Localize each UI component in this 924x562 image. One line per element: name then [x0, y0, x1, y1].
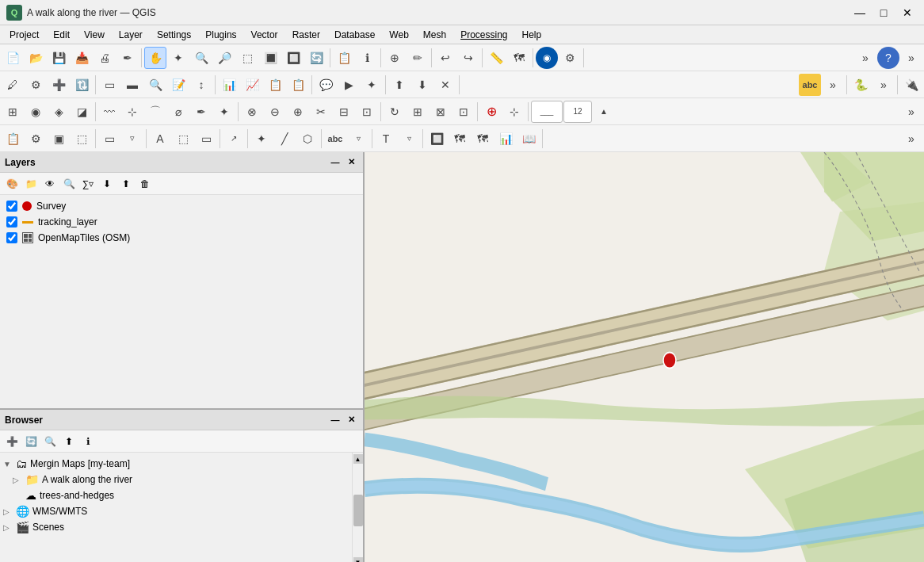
new-annot-btn[interactable]: 📋 [2, 128, 24, 150]
menu-raster[interactable]: Raster [286, 28, 326, 42]
extend-right-btn[interactable]: » [900, 47, 922, 69]
layer-settings-btn[interactable]: ⚙ [25, 74, 47, 96]
redo-btn[interactable]: ↪ [457, 47, 479, 69]
python-btn[interactable]: 🐍 [850, 74, 872, 96]
browser-refresh-btn[interactable]: 🔄 [22, 433, 40, 450]
select-by-expr-btn[interactable]: 🔍 [144, 74, 166, 96]
menu-settings[interactable]: Settings [151, 28, 197, 42]
show-layer-btn[interactable]: 👁 [41, 175, 59, 193]
add-group-btn[interactable]: 📁 [22, 175, 40, 193]
form-annot-btn[interactable]: ▭ [195, 128, 217, 150]
annot-settings-btn[interactable]: ⚙ [25, 128, 47, 150]
layer-expr-btn[interactable]: ∑▿ [79, 175, 97, 193]
layer-tracking-checkbox[interactable] [6, 216, 17, 227]
add-line-annot-btn[interactable]: ╱ [273, 128, 296, 150]
atlas-btn[interactable]: 📖 [517, 128, 540, 150]
annot-sel-btn[interactable]: ⬚ [71, 128, 93, 150]
layer-item-openmap[interactable]: OpenMapTiles (OSM) [3, 230, 360, 246]
annot-rect-btn[interactable]: ▭ [98, 128, 120, 150]
tree-item-scenes[interactable]: ▷ 🎬 Scenes [0, 519, 352, 535]
open-stats-btn[interactable]: 📈 [241, 74, 263, 96]
menu-help[interactable]: Help [516, 28, 548, 42]
add-feature-btn[interactable]: ⊕ [384, 47, 406, 69]
text-annot-btn[interactable]: A [149, 128, 171, 150]
close-button[interactable]: ✕ [897, 5, 918, 21]
clip-btn[interactable]: ✂ [310, 101, 332, 123]
zoom-in-btn[interactable]: 🔍 [190, 47, 212, 69]
map-tips-btn[interactable]: 💬 [315, 74, 337, 96]
remove-layer-btn[interactable]: 🗑 [136, 175, 154, 193]
tree-item-trees[interactable]: ☁ trees-and-hedges [0, 487, 352, 503]
select-by-form-btn[interactable]: 📝 [167, 74, 189, 96]
undo-btn[interactable]: ↩ [434, 47, 456, 69]
expand-all-btn[interactable]: ⬇ [98, 175, 116, 193]
snap-all-btn[interactable]: ◈ [48, 101, 70, 123]
layer-edit-btn[interactable]: 🖊 [2, 74, 24, 96]
browser-close-btn[interactable]: ✕ [344, 413, 358, 427]
pan-tool-btn[interactable]: ✋ [144, 47, 166, 69]
new-project-btn[interactable]: 📄 [2, 47, 24, 69]
print-btn[interactable]: 🖨 [94, 47, 116, 69]
plugin-mgr-btn[interactable]: 🔌 [900, 74, 922, 96]
add-layer-btn[interactable]: ➕ [48, 74, 70, 96]
trace-btn[interactable]: 〰 [98, 101, 120, 123]
topology-btn[interactable]: ⊹ [503, 101, 525, 123]
select-features-btn[interactable]: 📋 [333, 47, 355, 69]
open-project-btn[interactable]: 📂 [25, 47, 47, 69]
reshape-btn[interactable]: ⊡ [356, 101, 378, 123]
measure-btn[interactable]: 📏 [485, 47, 507, 69]
menu-layer[interactable]: Layer [113, 28, 149, 42]
action-btn[interactable]: ▶ [338, 74, 360, 96]
extend-toolbar-btn[interactable]: » [854, 47, 876, 69]
layer-order-btn[interactable]: ⬇ [411, 74, 433, 96]
text-label-btn[interactable]: abc [324, 128, 346, 150]
map-area[interactable] [365, 152, 924, 562]
angle-snap-btn[interactable]: ⌒ [144, 101, 166, 123]
open-table-btn[interactable]: 📊 [218, 74, 240, 96]
zoom-out-btn[interactable]: 🔎 [213, 47, 235, 69]
menu-database[interactable]: Database [328, 28, 381, 42]
browser-info-btn[interactable]: ℹ [79, 433, 97, 450]
identify-btn[interactable]: ℹ [356, 47, 378, 69]
extend-ann-btn[interactable]: » [900, 128, 922, 150]
menu-view[interactable]: View [78, 28, 111, 42]
menu-vector[interactable]: Vector [245, 28, 284, 42]
input-field-btn[interactable]: ___ [531, 101, 563, 123]
menu-project[interactable]: Project [3, 28, 45, 42]
split-btn[interactable]: ⊟ [333, 101, 355, 123]
browser-minimize-btn[interactable]: — [328, 413, 342, 427]
vertex-btn[interactable]: ✦ [213, 101, 235, 123]
add-pt-annot-btn[interactable]: ✦ [250, 128, 273, 150]
pan-to-selection-btn[interactable]: ✦ [167, 47, 189, 69]
menu-mesh[interactable]: Mesh [417, 28, 452, 42]
menu-processing[interactable]: Processing [454, 28, 514, 42]
qgis-cloud-btn[interactable]: ◉ [536, 47, 558, 69]
menu-edit[interactable]: Edit [47, 28, 76, 42]
remove-layer-btn[interactable]: ✕ [434, 74, 456, 96]
scroll-down-btn[interactable]: ▼ [353, 557, 363, 562]
layers-close-btn[interactable]: ✕ [344, 155, 358, 170]
snap-self-btn[interactable]: ◪ [71, 101, 93, 123]
deselect-btn[interactable]: ▬ [121, 74, 143, 96]
zoom-layer-btn[interactable]: 🔳 [259, 47, 281, 69]
pin-annot-btn[interactable]: T [375, 128, 397, 150]
difference-btn[interactable]: ⊖ [264, 101, 286, 123]
annot-type-btn[interactable]: ▿ [121, 128, 143, 150]
dist-btn[interactable]: ⌀ [167, 101, 189, 123]
menu-plugins[interactable]: Plugins [199, 28, 242, 42]
browser-scrollbar[interactable]: ▲ ▼ [352, 453, 363, 562]
digitize-btn[interactable]: ✏ [407, 47, 429, 69]
snap-config-btn[interactable]: ◉ [25, 101, 47, 123]
collapse-all-btn[interactable]: ⬆ [117, 175, 135, 193]
invert-sel-btn[interactable]: ↕ [190, 74, 212, 96]
processing-btn[interactable]: ⚙ [559, 47, 581, 69]
html-annot-btn[interactable]: ⬚ [172, 128, 194, 150]
open-layer-style-btn[interactable]: 🎨 [3, 175, 21, 193]
layer-survey-checkbox[interactable] [6, 201, 17, 212]
scale-btn[interactable]: ⊞ [407, 101, 429, 123]
annot-item-btn[interactable]: ▣ [48, 128, 70, 150]
geometry-btn[interactable]: ✦ [361, 74, 383, 96]
extend-dig2-btn[interactable]: » [872, 74, 895, 96]
zoom-selected-btn[interactable]: 🔲 [282, 47, 304, 69]
mirror-btn[interactable]: ⊡ [452, 101, 475, 123]
